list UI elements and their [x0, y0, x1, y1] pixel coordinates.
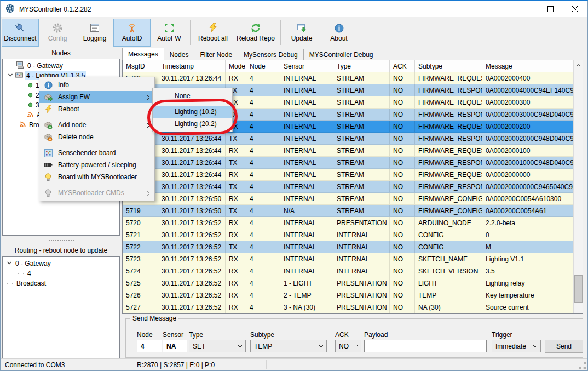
menu-item-add-node[interactable]: Add node [39, 119, 154, 131]
routing-item-broadcast[interactable]: Broadcast [3, 278, 119, 288]
package-plus-icon [43, 121, 54, 129]
menu-item-battery-powered[interactable]: Battery-powered / sleeping [39, 159, 154, 171]
col-header-mode[interactable]: Mode [226, 60, 246, 72]
about-button[interactable]: About [320, 19, 358, 47]
autofw-button[interactable]: AutoFW [151, 19, 188, 47]
table-row[interactable]: 5726 30.11.2017 13:26:52 RX 4 2 - TEMP P… [123, 289, 583, 301]
tab-filter-node[interactable]: Filter Node [194, 49, 238, 60]
cell-mode: RX [226, 229, 246, 241]
resize-grip[interactable] [579, 362, 586, 369]
cell-ack: NO [390, 229, 415, 241]
update-button[interactable]: Update [283, 19, 320, 47]
cell-message: Lighting relay [482, 277, 573, 289]
col-header-node[interactable]: Node [246, 60, 280, 72]
table-row[interactable]: 5714 30.11.2017 13:26:44 RX 4 INTERNAL S… [123, 145, 583, 157]
menu-item-mysbootloader-cmds[interactable]: MYSBootloader CMDs [39, 187, 154, 199]
routing-tree: 0 - Gateway 4 Broadcast [2, 256, 120, 360]
cell-timestamp: 30.11.2017 13:26:52 [158, 229, 226, 241]
sensor-input[interactable]: NA [163, 340, 187, 352]
maximize-button[interactable] [538, 1, 563, 17]
tab-nodes[interactable]: Nodes [164, 49, 195, 60]
cell-node: 4 [246, 277, 280, 289]
cell-msgid: 5726 [123, 289, 158, 301]
scroll-down-icon[interactable] [574, 304, 583, 313]
chevron-down-icon [533, 345, 538, 348]
table-row[interactable]: 5724 30.11.2017 13:26:52 RX 4 INTERNAL I… [123, 265, 583, 277]
cell-ack: NO [390, 72, 415, 84]
col-header-ack[interactable]: ACK [390, 60, 415, 72]
cell-sensor: INTERNAL [280, 157, 333, 169]
table-row[interactable]: 5725 30.11.2017 13:26:52 RX 4 1 - LIGHT … [123, 277, 583, 289]
tab-messages[interactable]: Messages [122, 48, 164, 60]
cell-type: INTERNAL [333, 253, 390, 265]
vertical-scrollbar[interactable] [573, 60, 583, 313]
menu-item-reboot[interactable]: Reboot [39, 103, 154, 115]
menu-item-board-with-mysbootloader[interactable]: Board with MYSBootloader [39, 171, 154, 183]
toolbar-separator [190, 20, 191, 45]
green-dot-icon [28, 92, 33, 99]
chevron-down-icon[interactable] [7, 72, 14, 80]
type-dropdown[interactable]: SET [189, 340, 246, 352]
tree-item-gateway[interactable]: 0 - Gateway [3, 61, 119, 71]
chevron-down-icon[interactable] [6, 260, 13, 268]
cell-subtype: FIRMWARE_RESPONSE [415, 109, 482, 121]
reboot-all-button[interactable]: Reboot all [193, 19, 233, 47]
cell-sensor: INTERNAL [280, 229, 333, 241]
battery-icon [43, 162, 54, 168]
disconnect-button[interactable]: Disconnect [2, 19, 39, 47]
cell-msgid: 5725 [123, 277, 158, 289]
cell-node: 4 [246, 241, 280, 253]
menu-item-delete-node[interactable]: Delete node [39, 131, 154, 143]
routing-item-node-4[interactable]: 4 [3, 269, 119, 278]
send-button[interactable]: Send [545, 340, 583, 353]
scrollbar-thumb[interactable] [574, 275, 583, 303]
cell-node: 4 [246, 181, 280, 193]
col-header-timestamp[interactable]: Timestamp [158, 60, 226, 72]
config-button[interactable]: Config [39, 19, 76, 47]
close-button[interactable] [563, 1, 587, 17]
toolbar-separator [280, 20, 281, 45]
routing-item-gateway[interactable]: 0 - Gateway [3, 259, 119, 269]
col-header-subtype[interactable]: Subtype [415, 60, 482, 72]
cell-sensor: INTERNAL [280, 72, 333, 84]
table-row[interactable]: 5708 30.11.2017 13:26:44 RX 4 INTERNAL S… [123, 72, 583, 84]
cell-subtype: FIRMWARE_RESPONSE [415, 84, 482, 96]
cell-type: PRESENTATION [333, 289, 390, 301]
info-icon [335, 22, 344, 33]
table-row[interactable]: 5717 30.11.2017 13:26:44 TX 4 INTERNAL S… [123, 181, 583, 193]
logging-label: Logging [83, 35, 107, 42]
tab-myscontroller-debug[interactable]: MYSController Debug [303, 49, 379, 60]
payload-input[interactable] [364, 340, 487, 352]
minimize-button[interactable] [514, 1, 538, 17]
table-row[interactable]: 5716 30.11.2017 13:26:44 RX 4 INTERNAL S… [123, 169, 583, 181]
menu-item-sensebender-board[interactable]: Sensebender board [39, 147, 154, 159]
subtype-dropdown[interactable]: TEMP [250, 340, 327, 352]
ack-dropdown[interactable]: NO [335, 340, 361, 352]
trigger-dropdown[interactable]: Immediate [492, 340, 541, 352]
cell-node: 4 [246, 96, 280, 109]
autoid-button[interactable]: AutoID [113, 19, 151, 47]
col-header-message[interactable]: Message [482, 60, 573, 72]
table-row[interactable]: 5719 30.11.2017 13:26:50 TX 4 N/A STREAM… [123, 205, 583, 217]
reload-repo-button[interactable]: Reload Repo [233, 19, 278, 47]
panel-splitter[interactable] [2, 237, 120, 244]
table-row[interactable]: 5720 30.11.2017 13:26:52 RX 4 INTERNAL P… [123, 217, 583, 229]
scroll-up-icon[interactable] [574, 60, 583, 70]
table-row[interactable]: 5727 30.11.2017 13:26:52 RX 4 3 - NA (30… [123, 301, 583, 313]
table-row[interactable]: 5718 30.11.2017 13:26:50 RX 4 INTERNAL S… [123, 193, 583, 205]
table-row[interactable]: 5721 30.11.2017 13:26:52 RX 4 INTERNAL I… [123, 229, 583, 241]
col-header-msgid[interactable]: MsgID [123, 60, 158, 72]
menu-item-info[interactable]: Info [39, 79, 154, 91]
logging-button[interactable]: Logging [76, 19, 113, 47]
autoid-label: AutoID [122, 35, 142, 42]
node-input[interactable]: 4 [137, 340, 162, 352]
col-header-sensor[interactable]: Sensor [280, 60, 333, 72]
table-row[interactable]: 5723 30.11.2017 13:26:52 RX 4 INTERNAL I… [123, 253, 583, 265]
table-row[interactable]: 5715 30.11.2017 13:26:44 TX 4 INTERNAL S… [123, 157, 583, 169]
cell-node: 4 [246, 205, 280, 217]
table-row[interactable]: 5722 30.11.2017 13:26:52 TX 4 INTERNAL I… [123, 241, 583, 253]
col-header-type[interactable]: Type [333, 60, 390, 72]
cell-node: 4 [246, 193, 280, 205]
tab-mysensors-debug[interactable]: MySensors Debug [238, 49, 304, 60]
menu-item-assign-fw[interactable]: Assign FW [39, 91, 154, 103]
